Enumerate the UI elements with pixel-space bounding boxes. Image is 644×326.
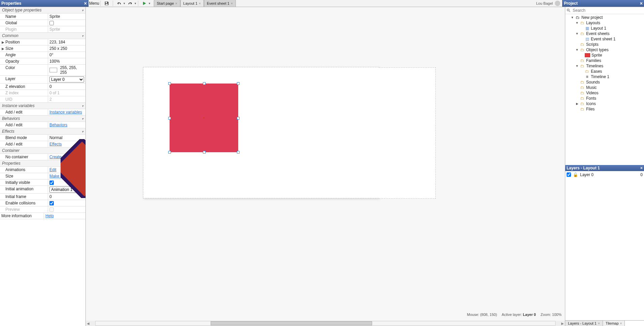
section-instance-variables[interactable]: Instance variables ▾ [0, 103, 85, 109]
tree-twisty-icon[interactable] [575, 48, 579, 52]
collapse-icon[interactable]: ▾ [82, 117, 83, 121]
tab-close-icon[interactable]: × [620, 322, 622, 325]
menu-button[interactable]: Menu [90, 0, 99, 7]
section-container[interactable]: Container ▾ [0, 148, 85, 154]
prop-zelev-value[interactable]: 0 [48, 84, 85, 90]
resize-handle-ml[interactable] [168, 117, 171, 120]
tree-event-sheets[interactable]: 🗀 Event sheets [566, 31, 643, 36]
resize-handle-mr[interactable] [237, 117, 240, 120]
tree-twisty-icon[interactable] [575, 64, 579, 68]
user-avatar[interactable] [555, 1, 560, 6]
tree-twisty-icon[interactable] [575, 102, 579, 105]
resize-handle-br[interactable] [237, 151, 240, 154]
behaviors-link[interactable]: Behaviors [49, 123, 67, 127]
scrollbar-thumb[interactable] [211, 321, 372, 325]
scroll-right-arrow-icon[interactable]: ▶ [560, 322, 565, 325]
tab-close-icon[interactable]: × [175, 2, 177, 5]
initially-visible-checkbox[interactable] [49, 181, 54, 185]
tree-event-sheet-1[interactable]: ▤ Event sheet 1 [566, 36, 643, 42]
user-name[interactable]: Lou Bagel [536, 1, 553, 5]
tree-twisty-icon[interactable] [575, 21, 579, 25]
collapse-icon[interactable]: ▾ [82, 130, 83, 133]
tab-layout-1[interactable]: Layout 1 × [180, 0, 204, 7]
prop-layer-select[interactable]: Layer 0 [49, 76, 84, 83]
instance-variables-link[interactable]: Instance variables [49, 110, 82, 115]
prop-position-value[interactable]: 223, 184 [48, 39, 85, 45]
tree-videos[interactable]: 🗀 Videos [566, 90, 643, 96]
resize-handle-bl[interactable] [168, 151, 171, 154]
tree-music[interactable]: 🗀 Music [566, 85, 643, 90]
prop-name-value[interactable]: Sprite [48, 13, 85, 20]
tab-close-icon[interactable]: × [199, 2, 201, 5]
prop-global-checkbox[interactable] [49, 21, 54, 25]
save-button[interactable] [102, 0, 111, 7]
tree-fonts[interactable]: 🗀 Fonts [566, 96, 643, 101]
section-behaviors[interactable]: Behaviors ▾ [0, 116, 85, 122]
enable-collisions-checkbox[interactable] [49, 201, 54, 205]
tree-sounds[interactable]: 🗀 Sounds [566, 79, 643, 85]
tree-eases[interactable]: 🗀 Eases [566, 69, 643, 74]
initial-animation-select[interactable]: Animation 1 [49, 187, 84, 193]
tab-start-page[interactable]: Start page × [154, 0, 180, 7]
tree-layout-1[interactable]: ▦ Layout 1 [566, 26, 643, 31]
tree-files[interactable]: 🗀 Files [566, 106, 643, 112]
resize-handle-tr[interactable] [237, 82, 240, 85]
prop-angle-value[interactable]: 0° [48, 52, 85, 58]
tree-timeline-1[interactable]: ≡ Timeline 1 [566, 74, 643, 79]
color-swatch[interactable] [49, 68, 57, 72]
project-panel-close-icon[interactable]: × [640, 1, 643, 6]
tree-icons[interactable]: 🗀 Icons [566, 101, 643, 106]
tab-event-sheet-1[interactable]: Event sheet 1 × [204, 0, 236, 7]
bottom-tab-tilemap[interactable]: Tilemap × [603, 321, 625, 326]
redo-dropdown-caret-icon[interactable]: ▾ [135, 2, 136, 5]
play-dropdown-caret-icon[interactable]: ▾ [149, 2, 150, 5]
resize-handle-bm[interactable] [203, 151, 206, 154]
undo-button[interactable] [115, 0, 123, 7]
layers-panel-close-icon[interactable]: × [640, 166, 643, 170]
collapse-icon[interactable]: ▾ [82, 104, 83, 108]
layout-frame[interactable] [143, 67, 379, 198]
tree-scripts[interactable]: 🗀 Scripts [566, 42, 643, 47]
make-one-to-one-link[interactable]: Make 1:1 [49, 174, 66, 178]
expand-icon[interactable]: ▶ [1, 40, 5, 44]
resize-handle-tm[interactable] [203, 82, 206, 85]
resize-handle-tl[interactable] [168, 82, 171, 85]
prop-opacity-value[interactable]: 100% [48, 58, 85, 64]
collapse-icon[interactable]: ▾ [82, 8, 83, 12]
section-object-type[interactable]: Object type properties ▾ [0, 7, 85, 13]
redo-button[interactable] [126, 0, 135, 7]
bottom-tab-layers[interactable]: Layers - Layout 1 × [565, 321, 603, 326]
horizontal-scrollbar[interactable]: ◀ ▶ [86, 321, 565, 326]
tree-timelines[interactable]: 🗀 Timelines [566, 63, 643, 69]
collapse-icon[interactable]: ▾ [82, 149, 83, 153]
layer-row[interactable]: 🔓 Layer 0 0 [567, 172, 643, 178]
project-tree[interactable]: 🗀 New project 🗀 Layouts ▦ Layout 1 🗀 Eve… [565, 14, 644, 165]
prop-color-value[interactable]: 255, 255, 255 [48, 65, 85, 75]
project-search-input[interactable] [572, 8, 643, 13]
play-button[interactable] [140, 0, 149, 7]
section-effects[interactable]: Effects ▾ [0, 128, 85, 135]
layer-lock-icon[interactable]: 🔓 [573, 172, 578, 177]
tab-close-icon[interactable]: × [231, 2, 233, 5]
section-common[interactable]: Common ▾ [0, 33, 85, 39]
tab-close-icon[interactable]: × [598, 322, 600, 325]
sprite-instance[interactable] [170, 84, 238, 152]
tree-root[interactable]: 🗀 New project [566, 15, 643, 20]
edit-animations-link[interactable]: Edit [49, 167, 57, 172]
scrollbar-track[interactable] [95, 321, 556, 326]
expand-icon[interactable]: ▶ [1, 47, 5, 51]
help-link[interactable]: Help [45, 214, 54, 218]
tree-twisty-icon[interactable] [571, 16, 574, 19]
tree-layouts[interactable]: 🗀 Layouts [566, 20, 643, 26]
prop-blend-value[interactable]: Normal [48, 135, 85, 141]
tree-sprite[interactable]: Sprite [566, 53, 643, 58]
layout-canvas[interactable]: Mouse: (808, 150) Active layer: Layer 0 … [86, 7, 565, 326]
scroll-left-arrow-icon[interactable]: ◀ [86, 322, 91, 325]
properties-panel-close-icon[interactable]: × [84, 1, 87, 6]
tree-families[interactable]: 🗀 Families [566, 58, 643, 63]
collapse-icon[interactable]: ▾ [82, 34, 83, 38]
create-container-link[interactable]: Create [49, 155, 62, 159]
collapse-icon[interactable]: ▾ [82, 162, 83, 165]
section-properties[interactable]: Properties ▾ [0, 160, 85, 167]
layer-visible-checkbox[interactable] [567, 172, 571, 177]
